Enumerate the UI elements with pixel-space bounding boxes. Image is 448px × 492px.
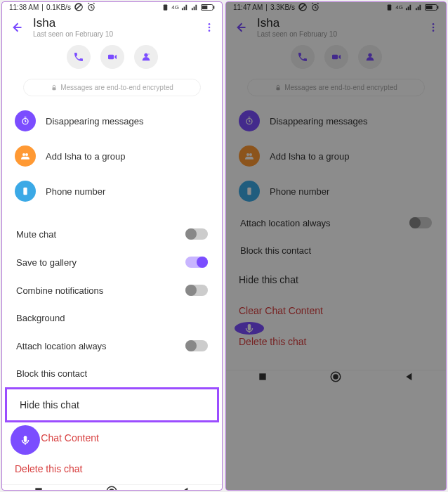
encryption-notice: Messages are end-to-end encrypted xyxy=(247,79,425,96)
clear-chat-option[interactable]: Clear Chat Content xyxy=(226,295,446,326)
svg-point-33 xyxy=(249,153,252,156)
battery-icon xyxy=(425,4,439,11)
svg-rect-36 xyxy=(259,373,265,380)
svg-rect-4 xyxy=(202,5,207,8)
svg-point-13 xyxy=(22,153,25,156)
phone-number-option[interactable]: Phone number xyxy=(11,174,213,209)
status-divider: | xyxy=(41,4,44,11)
status-net-type: 4G xyxy=(171,4,179,11)
video-call-button[interactable] xyxy=(324,45,348,69)
signal-icon-2 xyxy=(415,4,423,11)
voice-button[interactable] xyxy=(235,322,264,335)
call-actions xyxy=(2,42,222,76)
battery-icon xyxy=(201,4,215,11)
attach-location-toggle[interactable]: Attach location always xyxy=(239,209,433,237)
group-icon xyxy=(239,145,260,167)
background-option[interactable]: Background xyxy=(15,304,209,332)
timer-icon xyxy=(239,110,260,131)
svg-rect-30 xyxy=(277,87,280,90)
menu-icon[interactable] xyxy=(428,22,439,33)
disappearing-messages-option[interactable]: Disappearing messages xyxy=(235,103,437,138)
status-net-type: 4G xyxy=(395,4,403,11)
attach-location-toggle[interactable]: Attach location always xyxy=(15,332,209,360)
disappearing-messages-option[interactable]: Disappearing messages xyxy=(11,103,213,138)
video-call-button[interactable] xyxy=(100,45,124,69)
add-to-group-option[interactable]: Add Isha to a group xyxy=(11,138,213,174)
toggle-off[interactable] xyxy=(185,285,208,296)
svg-rect-15 xyxy=(23,188,27,195)
nav-home-icon[interactable] xyxy=(329,370,342,383)
delete-chat-option[interactable]: Delete this chat xyxy=(2,453,222,484)
back-icon[interactable] xyxy=(9,20,23,34)
signal-icon xyxy=(181,4,189,11)
back-icon[interactable] xyxy=(233,20,247,34)
svg-point-18 xyxy=(107,486,117,491)
last-seen: Last seen on February 10 xyxy=(257,30,418,38)
last-seen: Last seen on February 10 xyxy=(33,30,194,38)
nav-recent-icon[interactable] xyxy=(257,371,268,382)
svg-point-6 xyxy=(209,26,211,28)
save-gallery-toggle[interactable]: Save to gallery xyxy=(15,248,209,276)
add-contact-button[interactable] xyxy=(358,45,382,69)
add-contact-button[interactable] xyxy=(134,45,158,69)
svg-rect-1 xyxy=(164,4,168,10)
svg-point-25 xyxy=(433,23,435,25)
status-time: 11:47 AM xyxy=(233,4,263,11)
contact-name: Isha xyxy=(257,16,418,30)
delete-chat-option[interactable]: Delete this chat xyxy=(226,326,446,357)
phone-number-option[interactable]: Phone number xyxy=(235,174,437,209)
svg-point-26 xyxy=(433,26,435,28)
toggle-off[interactable] xyxy=(185,228,208,240)
highlighted-option: Hide this chat xyxy=(5,387,219,422)
voice-call-button[interactable] xyxy=(67,45,91,69)
block-contact-option[interactable]: Block this contact xyxy=(15,360,209,387)
encryption-notice: Messages are end-to-end encrypted xyxy=(23,79,201,96)
svg-rect-22 xyxy=(425,4,437,10)
hide-chat-option[interactable]: Hide this chat xyxy=(226,264,446,295)
svg-point-9 xyxy=(144,53,147,57)
svg-point-29 xyxy=(368,53,371,57)
contact-name: Isha xyxy=(33,16,194,30)
add-to-group-option[interactable]: Add Isha to a group xyxy=(235,138,437,174)
svg-point-31 xyxy=(246,119,252,124)
svg-rect-11 xyxy=(53,87,56,90)
svg-rect-23 xyxy=(437,6,438,8)
combine-notifications-toggle[interactable]: Combine notifications xyxy=(15,276,209,304)
status-net-rate: 0.1KB/s xyxy=(46,4,71,11)
toggle-off[interactable] xyxy=(409,217,432,228)
svg-point-19 xyxy=(110,489,114,491)
chat-header: Isha Last seen on February 10 xyxy=(226,12,446,42)
sim-icon xyxy=(162,4,169,11)
block-contact-option[interactable]: Block this contact xyxy=(239,237,433,264)
nav-home-icon[interactable] xyxy=(105,485,118,491)
svg-point-27 xyxy=(433,30,435,32)
svg-rect-21 xyxy=(388,4,392,10)
phone-left: 11:38 AM | 0.1KB/s 4G Isha Last seen on … xyxy=(1,1,223,491)
status-bar: 11:47 AM | 3.3KB/s 4G xyxy=(226,2,446,12)
phone-icon xyxy=(15,181,36,202)
encryption-label: Messages are end-to-end encrypted xyxy=(60,84,173,91)
svg-rect-17 xyxy=(35,488,41,491)
menu-icon[interactable] xyxy=(204,22,215,33)
nav-back-icon[interactable] xyxy=(404,371,415,382)
svg-rect-8 xyxy=(108,55,114,60)
call-actions xyxy=(226,42,446,76)
nav-recent-icon[interactable] xyxy=(33,486,44,491)
svg-point-5 xyxy=(209,23,211,25)
svg-point-38 xyxy=(334,375,338,379)
signal-icon-2 xyxy=(191,4,199,11)
nav-back-icon[interactable] xyxy=(180,486,191,491)
mute-chat-toggle[interactable]: Mute chat xyxy=(15,220,209,248)
phone-icon xyxy=(239,181,260,202)
toggle-on[interactable] xyxy=(185,257,208,268)
nav-bar xyxy=(2,484,222,491)
sim-icon xyxy=(386,4,393,11)
phone-right: 11:47 AM | 3.3KB/s 4G Isha Last seen on … xyxy=(225,1,447,491)
hide-chat-option[interactable]: Hide this chat xyxy=(7,389,217,420)
voice-call-button[interactable] xyxy=(291,45,315,69)
voice-button[interactable] xyxy=(11,425,40,455)
svg-rect-35 xyxy=(248,324,251,330)
toggle-off[interactable] xyxy=(185,340,208,351)
timer-icon xyxy=(15,110,36,131)
lock-icon xyxy=(275,84,282,91)
